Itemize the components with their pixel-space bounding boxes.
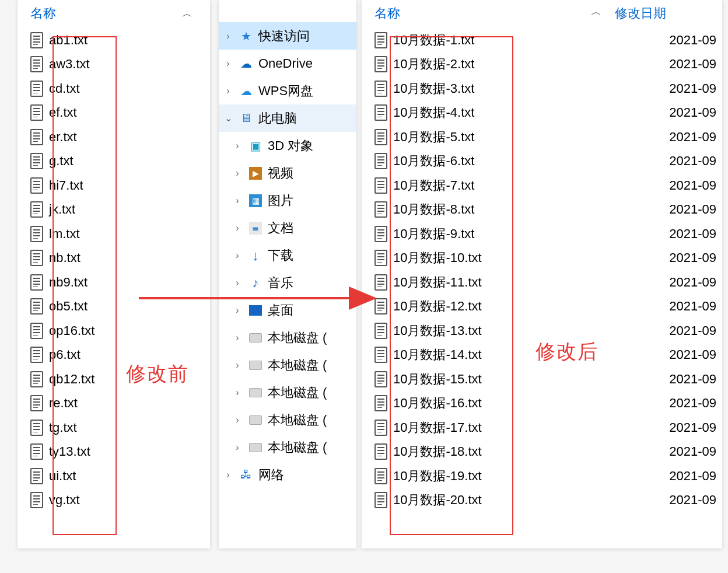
- file-date: 2021-09: [669, 250, 716, 265]
- nav-local-disk[interactable]: › 本地磁盘 (: [219, 351, 356, 379]
- column-header-right[interactable]: 名称 ︿ 修改日期: [362, 0, 722, 28]
- text-file-icon: [30, 274, 43, 291]
- nav-label: 本地磁盘 (: [268, 439, 327, 456]
- file-date: 2021-09: [669, 347, 716, 362]
- text-file-icon: [30, 298, 43, 315]
- text-file-icon: [374, 395, 387, 411]
- file-date: 2021-09: [669, 130, 716, 145]
- file-date: 2021-09: [669, 57, 716, 72]
- disk-icon: [248, 358, 263, 373]
- text-file-icon: [30, 323, 43, 339]
- nav-downloads[interactable]: › ↓ 下载: [219, 242, 356, 269]
- chevron-right-icon: ›: [232, 333, 243, 343]
- text-file-icon: [374, 347, 387, 363]
- text-file-icon: [374, 201, 387, 218]
- column-date-label: 修改日期: [615, 5, 712, 22]
- text-file-icon: [374, 81, 387, 97]
- chevron-right-icon: ›: [232, 223, 243, 233]
- file-date: 2021-09: [669, 202, 716, 217]
- nav-local-disk[interactable]: › 本地磁盘 (: [219, 434, 356, 461]
- nav-label: 3D 对象: [268, 137, 313, 155]
- document-icon: ≣: [248, 221, 263, 236]
- chevron-right-icon: ›: [222, 470, 234, 480]
- text-file-icon: [30, 492, 43, 508]
- nav-quick-access[interactable]: › ★ 快速访问: [219, 22, 356, 50]
- column-name-label: 名称: [30, 5, 56, 22]
- text-file-icon: [374, 468, 387, 484]
- nav-documents[interactable]: › ≣ 文档: [219, 214, 356, 242]
- nav-label: 快速访问: [258, 27, 310, 45]
- chevron-right-icon: ›: [222, 86, 234, 96]
- file-date: 2021-09: [669, 81, 716, 96]
- file-date: 2021-09: [669, 469, 716, 484]
- file-date: 2021-09: [669, 275, 716, 290]
- text-file-icon: [30, 420, 43, 436]
- text-file-icon: [30, 32, 43, 48]
- file-date: 2021-09: [669, 492, 716, 508]
- text-file-icon: [30, 177, 43, 194]
- text-file-icon: [30, 201, 43, 218]
- chevron-up-icon: ︿: [584, 5, 608, 22]
- text-file-icon: [374, 104, 387, 121]
- chevron-right-icon: ›: [232, 250, 243, 261]
- nav-label: 下载: [268, 247, 293, 264]
- nav-label: 视频: [268, 165, 293, 182]
- nav-label: 文档: [268, 219, 293, 237]
- annotation-after: 修改后: [536, 338, 598, 365]
- nav-this-pc[interactable]: ⌄ 🖥 此电脑: [219, 104, 356, 132]
- nav-label: OneDrive: [258, 56, 313, 71]
- text-file-icon: [30, 104, 43, 121]
- nav-label: 网络: [258, 466, 284, 484]
- nav-label: WPS网盘: [258, 82, 313, 100]
- nav-local-disk[interactable]: › 本地磁盘 (: [219, 324, 356, 351]
- text-file-icon: [30, 395, 43, 411]
- network-icon: 🖧: [239, 467, 254, 483]
- nav-network[interactable]: › 🖧 网络: [219, 461, 356, 488]
- nav-label: 图片: [268, 192, 293, 209]
- nav-3d-objects[interactable]: › ▣ 3D 对象: [219, 132, 356, 159]
- highlight-box-before: [52, 36, 117, 535]
- nav-videos[interactable]: › ▶ 视频: [219, 159, 356, 187]
- text-file-icon: [374, 371, 387, 387]
- file-date: 2021-09: [669, 33, 716, 48]
- chevron-right-icon: ›: [222, 31, 234, 41]
- star-icon: ★: [239, 29, 254, 44]
- text-file-icon: [374, 153, 387, 169]
- nav-wps[interactable]: › ☁ WPS网盘: [219, 77, 356, 104]
- disk-icon: [248, 440, 263, 455]
- chevron-down-icon: ⌄: [222, 113, 234, 124]
- text-file-icon: [374, 177, 387, 194]
- text-file-icon: [374, 323, 387, 339]
- chevron-right-icon: ›: [232, 442, 243, 453]
- nav-local-disk[interactable]: › 本地磁盘 (: [219, 406, 356, 434]
- download-icon: ↓: [248, 248, 263, 263]
- file-date: 2021-09: [669, 420, 716, 435]
- highlight-box-after: [390, 36, 513, 535]
- column-header-name-left[interactable]: 名称 ︿: [18, 0, 210, 28]
- file-date: 2021-09: [669, 299, 716, 314]
- cloud-icon: ☁: [239, 83, 254, 99]
- text-file-icon: [374, 226, 387, 242]
- nav-label: 此电脑: [258, 110, 297, 127]
- text-file-icon: [30, 56, 43, 72]
- picture-icon: ▦: [248, 193, 263, 208]
- chevron-right-icon: ›: [232, 360, 243, 371]
- disk-icon: [248, 385, 263, 400]
- video-icon: ▶: [248, 166, 263, 181]
- nav-label: 本地磁盘 (: [268, 357, 327, 374]
- column-name-label: 名称: [374, 5, 584, 22]
- nav-local-disk[interactable]: › 本地磁盘 (: [219, 379, 356, 406]
- cube-icon: ▣: [248, 138, 263, 153]
- chevron-right-icon: ›: [232, 415, 243, 425]
- text-file-icon: [30, 153, 43, 169]
- file-date: 2021-09: [669, 226, 716, 242]
- text-file-icon: [30, 371, 43, 387]
- nav-onedrive[interactable]: › ☁ OneDrive: [219, 50, 356, 77]
- text-file-icon: [30, 250, 43, 266]
- nav-pictures[interactable]: › ▦ 图片: [219, 187, 356, 214]
- chevron-right-icon: ›: [232, 168, 243, 179]
- file-date: 2021-09: [669, 372, 716, 387]
- text-file-icon: [374, 420, 387, 436]
- file-date: 2021-09: [669, 153, 716, 169]
- file-date: 2021-09: [669, 105, 716, 120]
